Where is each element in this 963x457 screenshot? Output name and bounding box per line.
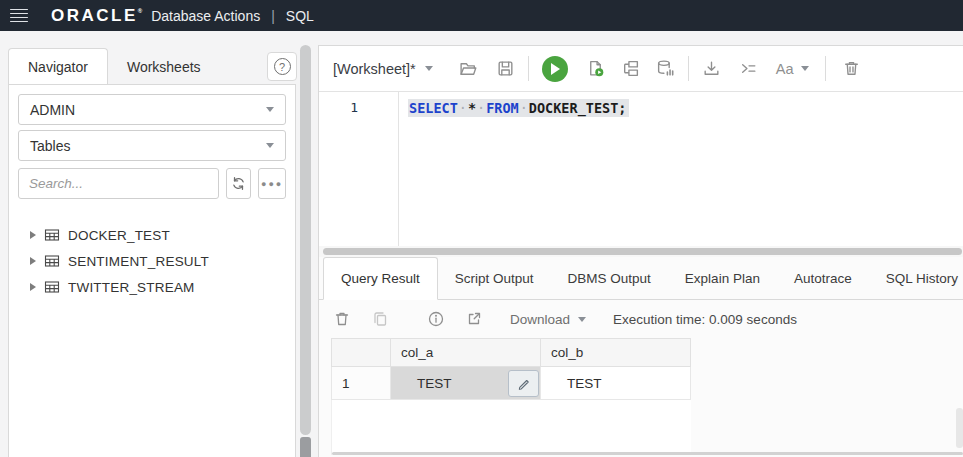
- schema-select[interactable]: ADMIN: [18, 94, 286, 125]
- object-type-select-value: Tables: [30, 138, 70, 154]
- help-button[interactable]: ?: [267, 52, 297, 81]
- explain-plan-button[interactable]: [621, 59, 640, 78]
- cell-col-b[interactable]: TEST: [541, 367, 691, 400]
- menu-icon[interactable]: [10, 9, 28, 23]
- sql-statement[interactable]: SELECT·*·FROM·DOCKER_TEST;: [408, 99, 629, 117]
- scrollbar-thumb-end[interactable]: [300, 437, 311, 457]
- trash-icon: [842, 59, 861, 78]
- tab-worksheets[interactable]: Worksheets: [108, 48, 220, 85]
- execution-time-text: Execution time: 0.009 seconds: [613, 312, 797, 327]
- worksheet-card: [Worksheet]*: [318, 45, 963, 457]
- help-icon: ?: [274, 58, 291, 75]
- sql-keyword: SELECT: [409, 100, 458, 116]
- info-icon: [427, 310, 445, 328]
- table-grid-icon: [44, 253, 60, 269]
- tab-autotrace[interactable]: Autotrace: [777, 257, 869, 299]
- tree-item-label: DOCKER_TEST: [68, 228, 170, 243]
- grid-header-col-a[interactable]: col_a: [391, 338, 541, 367]
- chevron-down-icon: [801, 66, 809, 71]
- grid-header-col-b[interactable]: col_b: [541, 338, 691, 367]
- top-header-bar: ORACLE® Database Actions | SQL: [0, 0, 963, 31]
- tab-script-output[interactable]: Script Output: [438, 257, 551, 299]
- app-title: Database Actions: [151, 8, 260, 24]
- tree-item-label: SENTIMENT_RESULT: [68, 254, 209, 269]
- editor-gutter: 1: [319, 92, 399, 246]
- autotrace-icon: [656, 59, 675, 78]
- left-panel-scrollbar[interactable]: [300, 45, 311, 457]
- chevron-down-icon: [578, 317, 586, 322]
- discard-results-button[interactable]: [333, 310, 351, 328]
- ellipsis-icon: ●●●: [261, 179, 283, 189]
- clear-worksheet-button[interactable]: [842, 59, 861, 78]
- results-horizontal-scrollbar[interactable]: [332, 452, 963, 455]
- download-label: Download: [510, 312, 570, 327]
- chevron-down-icon: [425, 66, 433, 71]
- tree-item-twitter-stream[interactable]: TWITTER_STREAM: [18, 274, 286, 300]
- whitespace-dot: ·: [458, 100, 468, 116]
- grid-header-row: col_a col_b: [331, 338, 691, 367]
- cell-col-a-selected[interactable]: TEST: [391, 367, 541, 400]
- download-results-button[interactable]: Download: [510, 312, 586, 327]
- autotrace-button[interactable]: [656, 59, 675, 78]
- product-title: SQL: [286, 8, 314, 24]
- left-panel-tabs: Navigator Worksheets: [8, 48, 220, 85]
- row-number-cell[interactable]: 1: [331, 367, 391, 400]
- scrollbar-thumb[interactable]: [300, 45, 311, 435]
- download-worksheet-button[interactable]: [702, 59, 721, 78]
- search-input[interactable]: [18, 168, 219, 199]
- run-statement-button[interactable]: [542, 56, 568, 82]
- refresh-button[interactable]: [226, 168, 251, 199]
- cell-value: TEST: [417, 376, 452, 391]
- sql-keyword: FROM: [486, 100, 519, 116]
- tree-item-docker-test[interactable]: DOCKER_TEST: [18, 222, 286, 248]
- results-tabs: Query Result Script Output DBMS Output E…: [319, 257, 963, 300]
- edit-cell-button[interactable]: [508, 370, 539, 397]
- download-icon: [702, 59, 721, 78]
- trash-icon: [333, 310, 351, 328]
- title-divider: |: [271, 8, 275, 24]
- sql-identifier: DOCKER_TEST;: [529, 100, 627, 116]
- run-script-icon: [586, 59, 605, 78]
- toolbar-separator: [528, 56, 529, 81]
- more-options-button[interactable]: ●●●: [258, 168, 286, 199]
- panel-splitter[interactable]: [319, 246, 963, 257]
- results-vertical-scrollbar[interactable]: [956, 408, 963, 448]
- line-number: 1: [350, 100, 358, 115]
- copy-button[interactable]: [371, 310, 389, 328]
- app-window: ORACLE® Database Actions | SQL Navigator…: [0, 0, 963, 457]
- table-grid-icon: [44, 227, 60, 243]
- editor-code-area[interactable]: SELECT·*·FROM·DOCKER_TEST;: [399, 92, 963, 246]
- play-icon: [551, 63, 560, 75]
- object-type-select[interactable]: Tables: [18, 130, 286, 161]
- run-script-button[interactable]: [586, 59, 605, 78]
- explain-plan-icon: [621, 59, 640, 78]
- format-button[interactable]: [739, 59, 758, 78]
- tab-explain-plan[interactable]: Explain Plan: [668, 257, 777, 299]
- tree-item-sentiment-result[interactable]: SENTIMENT_RESULT: [18, 248, 286, 274]
- tab-navigator[interactable]: Navigator: [8, 48, 108, 85]
- schema-select-value: ADMIN: [30, 102, 75, 118]
- worksheet-title: [Worksheet]*: [333, 61, 416, 77]
- info-button[interactable]: [427, 310, 445, 328]
- open-file-button[interactable]: [459, 59, 478, 78]
- worksheet-toolbar: [Worksheet]*: [319, 46, 963, 91]
- text-size-button[interactable]: Aa: [776, 61, 809, 77]
- expand-caret-icon[interactable]: [30, 283, 36, 291]
- grid-corner-cell: [331, 338, 391, 367]
- splitter-handle[interactable]: [323, 248, 962, 255]
- save-button[interactable]: [496, 59, 515, 78]
- open-in-new-icon: [465, 310, 483, 328]
- sql-editor[interactable]: 1 SELECT·*·FROM·DOCKER_TEST;: [319, 91, 963, 246]
- expand-caret-icon[interactable]: [30, 231, 36, 239]
- results-panel: Query Result Script Output DBMS Output E…: [319, 257, 963, 457]
- registered-mark: ®: [138, 8, 142, 14]
- tables-tree: DOCKER_TEST SENTIMENT_RESULT TWI: [18, 222, 286, 300]
- tab-dbms-output[interactable]: DBMS Output: [551, 257, 668, 299]
- worksheet-selector[interactable]: [Worksheet]*: [333, 61, 433, 77]
- tab-sql-history[interactable]: SQL History: [869, 257, 963, 299]
- tab-query-result[interactable]: Query Result: [323, 257, 438, 300]
- open-in-new-button[interactable]: [465, 310, 483, 328]
- expand-caret-icon[interactable]: [30, 257, 36, 265]
- result-grid: col_a col_b 1 TEST TEST: [331, 338, 691, 455]
- table-row: 1 TEST TEST: [331, 367, 691, 400]
